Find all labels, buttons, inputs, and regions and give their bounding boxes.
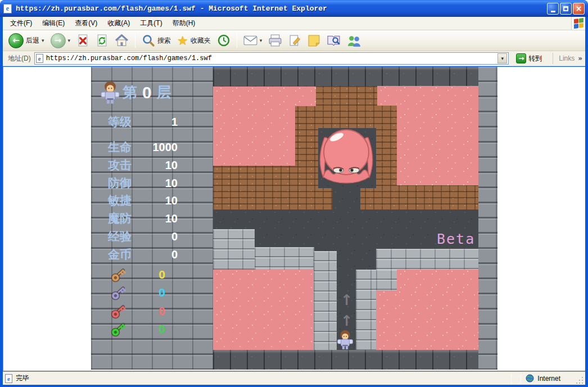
print-button[interactable] bbox=[266, 33, 284, 48]
discuss-note-icon bbox=[307, 34, 320, 47]
status-page-icon: e bbox=[5, 374, 12, 383]
url-page-icon: e bbox=[36, 54, 43, 63]
stop-button[interactable] bbox=[74, 33, 92, 48]
stat-label: 防御 bbox=[108, 175, 132, 191]
key-row-red: 0 bbox=[108, 301, 168, 321]
minimize-button[interactable] bbox=[547, 3, 559, 15]
address-label: 地址(D) bbox=[8, 54, 31, 63]
stat-value: 10 bbox=[165, 159, 178, 172]
discuss-button[interactable] bbox=[305, 33, 323, 48]
map-room-pink-bottomright bbox=[376, 290, 478, 350]
maximize-icon bbox=[563, 6, 568, 11]
go-button[interactable]: → 转到 bbox=[513, 53, 545, 64]
stat-value: 10 bbox=[165, 212, 178, 225]
stat-row-attack: 攻击 10 bbox=[108, 157, 178, 173]
address-dropdown-button[interactable]: ▾ bbox=[497, 53, 507, 63]
favorites-button[interactable]: ★ 收藏夹 bbox=[175, 33, 213, 49]
floor-indicator: 第 0 层 bbox=[123, 83, 171, 102]
links-bar[interactable]: Links » bbox=[553, 53, 582, 64]
stat-value: 1 bbox=[171, 116, 178, 129]
octopus-boss-sprite bbox=[315, 125, 377, 188]
toolbar: ← 后退 ▾ → ▾ bbox=[3, 30, 585, 51]
toolbar-separator bbox=[135, 33, 135, 48]
close-button[interactable]: × bbox=[573, 3, 585, 15]
flash-game-canvas[interactable]: Beta ↑ ↑ bbox=[91, 67, 497, 370]
menu-tools[interactable]: 工具(T) bbox=[135, 17, 167, 30]
internet-zone-label: Internet bbox=[537, 375, 560, 383]
forward-dropdown-icon[interactable]: ▾ bbox=[68, 38, 71, 43]
history-icon bbox=[217, 34, 230, 47]
forward-button[interactable]: → ▾ bbox=[48, 32, 73, 49]
window-title: https://zh.purasbar.com/flash/games/1.sw… bbox=[16, 4, 547, 13]
internet-globe-icon bbox=[526, 374, 534, 383]
map-room-pink-topleft bbox=[213, 86, 295, 166]
back-button[interactable]: ← 后退 ▾ bbox=[6, 32, 47, 49]
messenger-button[interactable] bbox=[345, 33, 363, 48]
floor-number: 0 bbox=[142, 83, 152, 102]
menu-edit[interactable]: 编辑(E) bbox=[37, 17, 70, 30]
map-gray-wall bbox=[376, 249, 478, 270]
research-button[interactable] bbox=[324, 33, 343, 48]
floor-suffix: 层 bbox=[157, 83, 171, 102]
status-separator bbox=[521, 374, 521, 383]
back-dropdown-icon[interactable]: ▾ bbox=[42, 38, 44, 43]
mail-button[interactable]: ▾ bbox=[241, 34, 265, 47]
toolbar-separator bbox=[237, 33, 237, 48]
home-button[interactable] bbox=[112, 33, 131, 48]
stat-label: 生命 bbox=[108, 139, 132, 155]
red-key-count: 0 bbox=[156, 304, 168, 318]
key-row-green: 0 bbox=[108, 319, 168, 339]
window-bottom-border bbox=[0, 385, 588, 387]
history-button[interactable] bbox=[215, 33, 233, 48]
floor-prefix: 第 bbox=[123, 83, 137, 102]
address-input[interactable]: e https://zh.purasbar.com/flash/games/1.… bbox=[34, 52, 509, 65]
address-bar: 地址(D) e https://zh.purasbar.com/flash/ga… bbox=[3, 51, 585, 66]
stat-row-experience: 经验 0 bbox=[108, 229, 178, 244]
maximize-button[interactable] bbox=[560, 3, 572, 15]
up-arrow-icon: ↑ bbox=[338, 312, 355, 329]
stat-label: 攻击 bbox=[108, 157, 132, 173]
menu-favorites[interactable]: 收藏(A) bbox=[102, 17, 135, 30]
refresh-button[interactable] bbox=[93, 33, 111, 48]
stat-value: 0 bbox=[171, 230, 178, 243]
search-button[interactable]: 搜索 bbox=[139, 33, 173, 48]
stat-row-level: 等级 1 bbox=[108, 114, 178, 130]
messenger-icon bbox=[347, 34, 361, 47]
mail-icon bbox=[243, 35, 257, 46]
stat-row-magic-defense: 魔防 10 bbox=[108, 211, 178, 226]
map-corridor-vertical bbox=[332, 188, 360, 210]
resize-grip[interactable] bbox=[576, 376, 584, 384]
links-chevron-icon: » bbox=[578, 54, 582, 62]
map-gray-wall bbox=[255, 247, 314, 270]
book-search-icon bbox=[327, 34, 341, 47]
mail-dropdown-icon[interactable]: ▾ bbox=[260, 38, 263, 43]
map-gray-wall bbox=[376, 270, 397, 290]
menu-file[interactable]: 文件(F) bbox=[5, 17, 37, 30]
stat-value: 0 bbox=[171, 248, 178, 261]
stat-label: 等级 bbox=[108, 114, 132, 130]
menu-view[interactable]: 查看(V) bbox=[70, 17, 102, 30]
search-icon bbox=[142, 34, 155, 47]
title-bar: e https://zh.purasbar.com/flash/games/1.… bbox=[0, 0, 588, 17]
stat-row-hp: 生命 1000 bbox=[108, 139, 178, 155]
red-key-icon bbox=[108, 301, 128, 321]
home-icon bbox=[115, 34, 129, 47]
map-room-pink-bottomleft bbox=[213, 270, 314, 350]
refresh-icon bbox=[96, 34, 108, 47]
status-separator bbox=[511, 374, 512, 383]
minimize-icon bbox=[551, 11, 555, 12]
stat-row-defense: 防御 10 bbox=[108, 175, 178, 191]
key-row-blue: 0 bbox=[108, 283, 168, 303]
map-top-wall bbox=[213, 67, 478, 86]
ie-page-icon: e bbox=[3, 4, 12, 13]
map-room-pink-bottomright bbox=[397, 270, 478, 290]
edit-icon bbox=[288, 34, 301, 47]
menu-help[interactable]: 帮助(H) bbox=[168, 17, 201, 30]
map-gray-wall bbox=[356, 270, 376, 350]
hero-sprite bbox=[337, 329, 354, 350]
map-gray-wall bbox=[314, 251, 337, 350]
print-icon bbox=[268, 34, 282, 47]
stat-label: 敏捷 bbox=[108, 193, 132, 208]
favorites-label: 收藏夹 bbox=[191, 36, 211, 45]
edit-button[interactable] bbox=[286, 33, 304, 48]
